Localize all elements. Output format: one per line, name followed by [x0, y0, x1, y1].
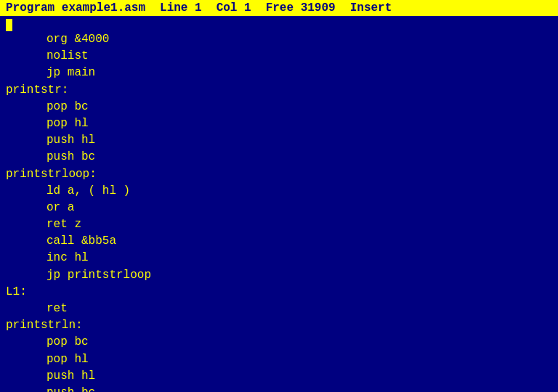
- app: Program example1.asm Line 1 Col 1 Free 3…: [0, 0, 558, 392]
- col-label: Col 1: [217, 1, 251, 15]
- code-line: printstr:: [6, 82, 552, 99]
- code-line: push bc: [6, 385, 552, 392]
- cursor-line: [6, 19, 552, 31]
- code-line: pop hl: [6, 351, 552, 368]
- code-line: inc hl: [6, 250, 552, 266]
- text-cursor: [6, 19, 12, 31]
- code-line: jp printstrloop: [6, 267, 552, 284]
- mode-label: Insert: [350, 1, 392, 15]
- code-line: jp main: [6, 65, 552, 81]
- code-line: push bc: [6, 149, 552, 166]
- free-label: Free 31909: [266, 1, 336, 15]
- status-bar: Program example1.asm Line 1 Col 1 Free 3…: [0, 0, 558, 16]
- code-line: printstrloop:: [6, 166, 552, 183]
- code-container: org &4000nolistjp mainprintstr:pop bcpop…: [6, 31, 552, 392]
- code-line: push hl: [6, 132, 552, 149]
- code-line: pop hl: [6, 115, 552, 132]
- code-line: or a: [6, 200, 552, 216]
- line-label: Line 1: [160, 1, 202, 15]
- code-line: call &bb5a: [6, 233, 552, 250]
- code-line: nolist: [6, 48, 552, 65]
- code-line: ret z: [6, 216, 552, 233]
- editor-area[interactable]: org &4000nolistjp mainprintstr:pop bcpop…: [0, 16, 558, 392]
- code-line: ret: [6, 301, 552, 317]
- code-line: printstrln:: [6, 317, 552, 334]
- code-line: ld a, ( hl ): [6, 183, 552, 200]
- code-line: org &4000: [6, 31, 552, 48]
- program-label: Program example1.asm: [6, 1, 145, 15]
- code-line: pop bc: [6, 99, 552, 115]
- code-line: pop bc: [6, 334, 552, 351]
- code-line: push hl: [6, 368, 552, 385]
- code-line: L1:: [6, 284, 552, 301]
